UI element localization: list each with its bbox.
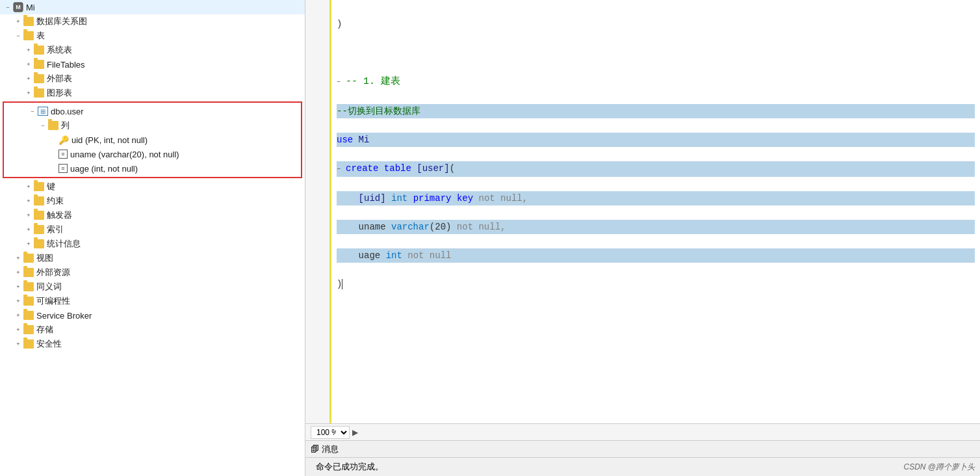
tree-label-views: 视图 bbox=[36, 252, 53, 264]
tree-label-keys: 键 bbox=[47, 181, 55, 192]
tree-label-synonyms: 同义词 bbox=[36, 281, 62, 293]
tree-item-uage[interactable]: · ≡ uage (int, not null) bbox=[4, 161, 301, 176]
line-numbers bbox=[305, 0, 331, 423]
tree-item-tables[interactable]: − 表 bbox=[0, 29, 305, 43]
tree-label-ext-tables: 外部表 bbox=[47, 73, 72, 85]
tree-item-security[interactable]: + 安全性 bbox=[0, 337, 305, 351]
scroll-arrow[interactable]: ▶ bbox=[352, 428, 358, 437]
tree-item-uid[interactable]: · 🔑 uid (PK, int, not null) bbox=[4, 133, 301, 147]
folder-icon-statistics bbox=[34, 239, 44, 248]
tree-label-statistics: 统计信息 bbox=[47, 238, 81, 250]
expand-ext-resources[interactable]: + bbox=[13, 267, 23, 278]
code-line-close: ) bbox=[337, 277, 975, 291]
table-grid-icon: ⊞ bbox=[38, 107, 48, 116]
tree-label-tables: 表 bbox=[36, 30, 45, 42]
tree-item-keys[interactable]: + 键 bbox=[0, 179, 305, 194]
expand-tables[interactable]: − bbox=[13, 31, 23, 41]
code-text[interactable]: ) −-- 1. 建表 --切换到目标数据库 use Mi −create ta… bbox=[331, 0, 980, 423]
tree-item-file-tables[interactable]: + FileTables bbox=[0, 57, 305, 72]
code-line-create: −create table [user]( bbox=[337, 161, 975, 177]
tree-item-columns[interactable]: − 列 bbox=[4, 118, 301, 133]
expand-statistics[interactable]: + bbox=[23, 239, 34, 249]
status-message: 命令已成功完成。 bbox=[311, 461, 903, 473]
tree-item-db-diagram[interactable]: + 数据库关系图 bbox=[0, 14, 305, 29]
col-icon-uname: ≡ bbox=[58, 150, 68, 159]
expand-mi[interactable]: − bbox=[3, 2, 13, 12]
expand-views[interactable]: + bbox=[13, 253, 23, 263]
expand-storage[interactable]: + bbox=[13, 324, 23, 335]
expand-graph-tables[interactable]: + bbox=[23, 88, 34, 98]
expand-service-broker[interactable]: + bbox=[13, 310, 23, 321]
expand-uage: · bbox=[48, 163, 58, 174]
object-explorer: − M Mi + 数据库关系图 − 表 + 系统表 + FileTables + bbox=[0, 0, 305, 476]
watermark-text: CSDN @蹲个萝卜头 bbox=[903, 462, 975, 473]
code-line-comment: −-- 1. 建表 bbox=[337, 74, 975, 90]
expand-security[interactable]: + bbox=[13, 339, 23, 349]
folder-icon-storage bbox=[23, 325, 34, 334]
folder-icon-programmability bbox=[23, 297, 34, 306]
tree-item-triggers[interactable]: + 触发器 bbox=[0, 208, 305, 222]
tree-label-triggers: 触发器 bbox=[47, 209, 72, 221]
expand-db-diagram[interactable]: + bbox=[13, 16, 23, 27]
expand-triggers[interactable]: + bbox=[23, 210, 34, 220]
tree-label-sys-tables: 系统表 bbox=[47, 44, 72, 56]
tree-label-db-diagram: 数据库关系图 bbox=[36, 16, 87, 27]
tree-item-sys-tables[interactable]: + 系统表 bbox=[0, 43, 305, 57]
expand-dbo-user[interactable]: − bbox=[27, 106, 38, 116]
expand-synonyms[interactable]: + bbox=[13, 282, 23, 292]
code-line-uname: uname varchar(20) not null, bbox=[337, 220, 975, 234]
tree-item-ext-tables[interactable]: + 外部表 bbox=[0, 72, 305, 86]
tree-label-dbo-user: dbo.user bbox=[51, 107, 84, 116]
expand-ext-tables[interactable]: + bbox=[23, 73, 34, 84]
expand-constraints[interactable]: + bbox=[23, 196, 34, 206]
tree-item-mi[interactable]: − M Mi bbox=[0, 0, 305, 14]
tree-item-graph-tables[interactable]: + 图形表 bbox=[0, 86, 305, 100]
folder-icon-service-broker bbox=[23, 311, 34, 320]
code-line-uid: [uid] int primary key not null, bbox=[337, 191, 975, 205]
tree-item-constraints[interactable]: + 约束 bbox=[0, 194, 305, 208]
code-line-uage: uage int not null bbox=[337, 248, 975, 263]
tree-label-uid: uid (PK, int, not null) bbox=[71, 135, 148, 145]
expand-keys[interactable]: + bbox=[23, 181, 34, 192]
tree-item-storage[interactable]: + 存储 bbox=[0, 323, 305, 337]
tree-item-ext-resources[interactable]: + 外部资源 bbox=[0, 265, 305, 280]
tree-item-programmability[interactable]: + 可编程性 bbox=[0, 294, 305, 308]
folder-icon-ext-resources bbox=[23, 268, 34, 277]
tree-item-dbo-user[interactable]: − ⊞ dbo.user bbox=[4, 104, 301, 118]
expand-sys-tables[interactable]: + bbox=[23, 45, 34, 55]
code-editor[interactable]: ) −-- 1. 建表 --切换到目标数据库 use Mi −create ta… bbox=[305, 0, 980, 423]
tree-label-graph-tables: 图形表 bbox=[47, 87, 72, 99]
messages-icon: 🗐 bbox=[311, 444, 319, 454]
tree-item-views[interactable]: + 视图 bbox=[0, 251, 305, 265]
expand-programmability[interactable]: + bbox=[13, 296, 23, 306]
messages-tab-label: 消息 bbox=[322, 443, 339, 455]
expand-uid: · bbox=[48, 135, 58, 145]
expand-columns[interactable]: − bbox=[38, 120, 48, 131]
key-icon-uid: 🔑 bbox=[58, 135, 69, 145]
code-line-switch-comment: --切换到目标数据库 bbox=[337, 104, 975, 118]
bottom-panel: 100 % 75 % 125 % ▶ 🗐 消息 命令已成功完成。 CSDN @蹲… bbox=[305, 423, 980, 476]
tree-item-uname[interactable]: · ≡ uname (varchar(20), not null) bbox=[4, 147, 301, 161]
folder-icon-columns bbox=[48, 121, 58, 130]
folder-icon-ext-tables bbox=[34, 74, 44, 83]
tree-item-statistics[interactable]: + 统计信息 bbox=[0, 237, 305, 251]
zoom-select[interactable]: 100 % 75 % 125 % bbox=[311, 426, 350, 439]
tree-label-indexes: 索引 bbox=[47, 224, 64, 235]
folder-icon-indexes bbox=[34, 225, 44, 234]
folder-icon-tables bbox=[23, 31, 34, 40]
messages-bar[interactable]: 🗐 消息 bbox=[305, 441, 980, 458]
folder-icon-keys bbox=[34, 182, 44, 191]
tree-label-uname: uname (varchar(20), not null) bbox=[70, 150, 179, 159]
code-line-2 bbox=[337, 46, 975, 60]
tree-label-security: 安全性 bbox=[36, 338, 62, 350]
tree-item-synonyms[interactable]: + 同义词 bbox=[0, 280, 305, 294]
expand-indexes[interactable]: + bbox=[23, 224, 34, 235]
tree-label-file-tables: FileTables bbox=[47, 60, 85, 70]
tree-item-service-broker[interactable]: + Service Broker bbox=[0, 308, 305, 323]
folder-icon-synonyms bbox=[23, 282, 34, 291]
code-line-use: use Mi bbox=[337, 133, 975, 147]
folder-icon-graph-tables bbox=[34, 88, 44, 98]
tree-label-mi: Mi bbox=[26, 3, 35, 12]
expand-file-tables[interactable]: + bbox=[23, 59, 34, 70]
tree-item-indexes[interactable]: + 索引 bbox=[0, 222, 305, 237]
